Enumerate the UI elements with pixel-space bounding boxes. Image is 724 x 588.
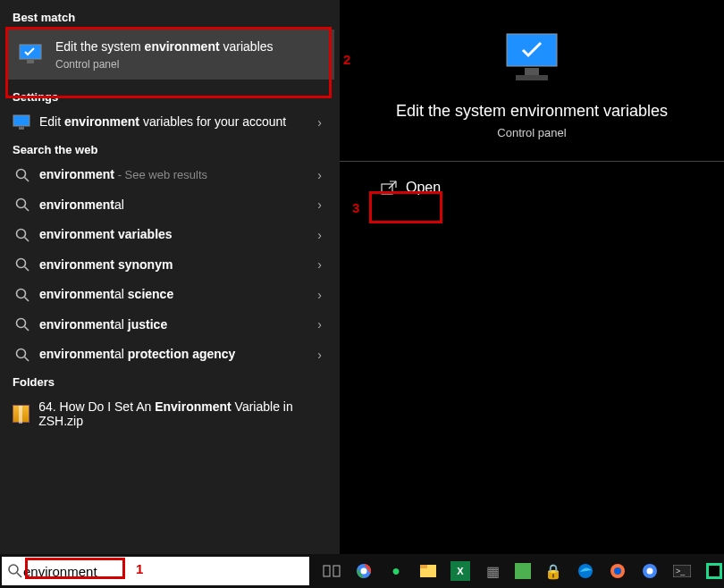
chevron-right-icon: ›	[312, 317, 327, 332]
chrome-icon[interactable]	[354, 561, 374, 581]
svg-rect-2	[13, 115, 29, 126]
chevron-right-icon: ›	[312, 197, 327, 212]
paint-icon[interactable]: ▦	[483, 561, 502, 581]
taskbar-search[interactable]	[2, 557, 309, 585]
search-icon	[15, 317, 29, 332]
open-button[interactable]: Open	[372, 174, 450, 201]
search-icon	[15, 197, 29, 212]
terminal-icon[interactable]: >_	[672, 561, 692, 581]
chevron-right-icon: ›	[312, 288, 327, 302]
search-input[interactable]	[23, 564, 304, 579]
chevron-right-icon: ›	[312, 228, 327, 242]
svg-point-34	[647, 568, 653, 575]
search-icon	[15, 228, 29, 242]
svg-line-13	[25, 297, 29, 301]
chrome-icon-2[interactable]	[640, 561, 660, 581]
section-settings: Settings	[0, 85, 340, 107]
web-result-label: environment synonym	[32, 257, 312, 273]
search-icon	[15, 288, 29, 302]
section-folders: Folders	[0, 370, 340, 392]
pycharm-icon[interactable]	[704, 561, 724, 581]
best-match-title: Edit the system environment variables	[55, 38, 274, 55]
web-result[interactable]: environment synonym ›	[0, 250, 340, 281]
svg-rect-21	[382, 184, 392, 194]
best-match-result[interactable]: Edit the system environment variables Co…	[5, 29, 334, 80]
svg-line-23	[17, 573, 21, 577]
firefox-icon[interactable]	[608, 561, 627, 581]
web-result[interactable]: environmental protection agency ›	[0, 340, 340, 370]
web-result-label: environmental science	[32, 287, 312, 303]
folder-result[interactable]: 64. How Do I Set An Environment Variable…	[0, 392, 340, 435]
folder-result-label: 64. How Do I Set An Environment Variable…	[29, 399, 327, 428]
svg-rect-29	[420, 565, 427, 568]
search-icon	[15, 348, 29, 362]
svg-point-32	[614, 567, 621, 575]
monitor-icon	[13, 114, 32, 130]
svg-point-6	[17, 199, 26, 208]
web-result-label: environment variables	[32, 227, 312, 243]
svg-point-14	[17, 319, 26, 328]
zip-icon	[13, 405, 29, 423]
chevron-right-icon: ›	[312, 168, 327, 182]
preview-panel: Edit the system environment variables Co…	[340, 0, 724, 554]
section-best-match: Best match	[0, 5, 340, 28]
svg-point-27	[361, 568, 367, 575]
divider	[340, 161, 724, 162]
search-results-panel: Best match Edit the system environment v…	[0, 0, 340, 554]
whatsapp-icon[interactable]: ●	[386, 561, 406, 581]
taskbar: ● X ▦ 🔒 >_	[0, 554, 724, 588]
excel-icon[interactable]: X	[450, 561, 470, 581]
svg-rect-38	[709, 566, 720, 576]
settings-result-label: Edit environment variables for your acco…	[32, 114, 312, 130]
edge-icon[interactable]	[576, 561, 595, 581]
svg-text:>_: >_	[676, 567, 686, 575]
preview-subtitle: Control panel	[497, 126, 566, 139]
preview-title: Edit the system environment variables	[396, 102, 668, 121]
svg-point-4	[17, 169, 26, 178]
svg-rect-1	[27, 60, 34, 63]
explorer-icon[interactable]	[418, 561, 438, 581]
svg-line-11	[25, 267, 29, 272]
svg-line-7	[25, 207, 29, 212]
svg-line-9	[25, 237, 29, 241]
lock-icon[interactable]: 🔒	[543, 561, 563, 581]
settings-result[interactable]: Edit environment variables for your acco…	[0, 107, 340, 138]
task-view-icon[interactable]	[322, 561, 341, 581]
search-icon	[7, 563, 23, 579]
web-result-label: environmental justice	[32, 317, 312, 333]
chevron-right-icon: ›	[312, 348, 327, 362]
svg-point-22	[9, 565, 18, 574]
svg-line-5	[25, 177, 29, 181]
search-icon	[15, 257, 29, 272]
web-result[interactable]: environmental justice ›	[0, 310, 340, 340]
open-icon	[381, 181, 397, 195]
web-result[interactable]: environment variables ›	[0, 220, 340, 250]
open-label: Open	[406, 180, 441, 196]
svg-point-8	[17, 229, 26, 238]
chevron-right-icon: ›	[312, 115, 327, 130]
search-icon	[15, 168, 29, 182]
camtasia-icon[interactable]	[515, 563, 531, 579]
svg-point-16	[17, 349, 26, 357]
monitor-check-icon	[18, 43, 45, 66]
svg-rect-24	[324, 566, 330, 576]
svg-line-17	[25, 357, 29, 361]
svg-point-10	[17, 259, 26, 268]
svg-line-15	[25, 327, 29, 332]
svg-rect-20	[516, 75, 548, 80]
svg-point-12	[17, 289, 26, 298]
web-result[interactable]: environment - See web results ›	[0, 160, 340, 190]
best-match-subtitle: Control panel	[55, 58, 274, 71]
svg-rect-3	[19, 127, 24, 130]
web-result[interactable]: environmental ›	[0, 190, 340, 221]
section-search-web: Search the web	[0, 138, 340, 160]
chevron-right-icon: ›	[312, 257, 327, 272]
svg-rect-19	[525, 68, 539, 75]
web-result[interactable]: environmental science ›	[0, 280, 340, 310]
web-result-label: environmental protection agency	[32, 347, 312, 363]
web-result-label: environment - See web results	[32, 167, 312, 183]
svg-rect-25	[333, 566, 340, 576]
monitor-large-icon	[500, 30, 564, 86]
web-result-label: environmental	[32, 197, 312, 214]
